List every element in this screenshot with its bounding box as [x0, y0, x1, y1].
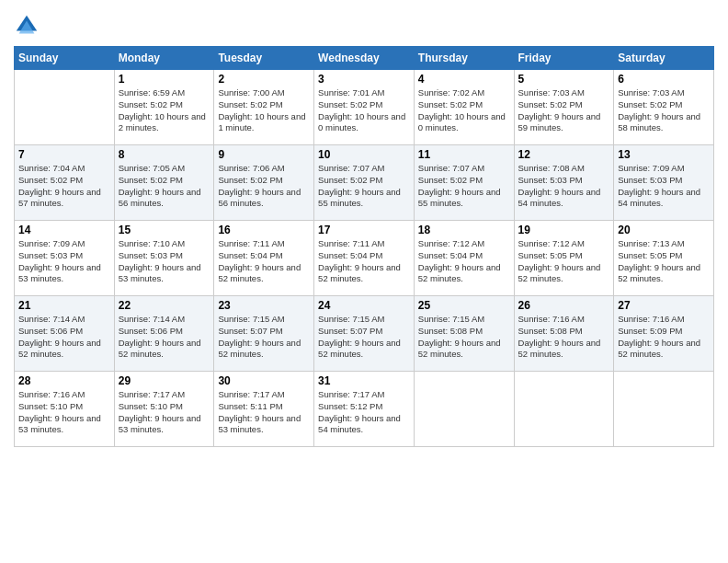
day-info: Sunrise: 6:59 AM Sunset: 5:02 PM Dayligh…: [119, 87, 210, 134]
day-number: 11: [418, 148, 510, 161]
calendar-cell: 2Sunrise: 7:00 AM Sunset: 5:02 PM Daylig…: [214, 70, 314, 145]
day-info: Sunrise: 7:09 AM Sunset: 5:03 PM Dayligh…: [18, 238, 110, 285]
weekday-header: Sunday: [15, 47, 115, 70]
calendar-cell: 14Sunrise: 7:09 AM Sunset: 5:03 PM Dayli…: [15, 221, 115, 296]
calendar-header-row: SundayMondayTuesdayWednesdayThursdayFrid…: [15, 47, 714, 70]
calendar-cell: 16Sunrise: 7:11 AM Sunset: 5:04 PM Dayli…: [214, 221, 314, 296]
day-number: 15: [119, 224, 210, 236]
weekday-header: Wednesday: [314, 47, 415, 70]
calendar-cell: 6Sunrise: 7:03 AM Sunset: 5:02 PM Daylig…: [614, 70, 714, 145]
calendar-cell: 20Sunrise: 7:13 AM Sunset: 5:05 PM Dayli…: [614, 221, 714, 296]
day-number: 6: [618, 73, 710, 86]
day-number: 25: [418, 299, 510, 312]
day-number: 9: [218, 148, 310, 161]
day-info: Sunrise: 7:16 AM Sunset: 5:08 PM Dayligh…: [518, 314, 610, 361]
day-number: 24: [318, 299, 410, 312]
calendar-cell: [414, 372, 514, 447]
day-info: Sunrise: 7:15 AM Sunset: 5:08 PM Dayligh…: [418, 314, 510, 361]
weekday-header: Tuesday: [214, 47, 314, 70]
day-number: 26: [518, 299, 610, 312]
day-number: 12: [518, 148, 610, 161]
calendar-cell: 4Sunrise: 7:02 AM Sunset: 5:02 PM Daylig…: [414, 70, 514, 145]
day-info: Sunrise: 7:11 AM Sunset: 5:04 PM Dayligh…: [318, 238, 410, 285]
weekday-header: Monday: [114, 47, 214, 70]
day-number: 2: [218, 73, 310, 86]
weekday-header: Friday: [514, 47, 614, 70]
calendar-cell: 1Sunrise: 6:59 AM Sunset: 5:02 PM Daylig…: [114, 70, 214, 145]
calendar-cell: 13Sunrise: 7:09 AM Sunset: 5:03 PM Dayli…: [614, 145, 714, 221]
calendar-cell: 5Sunrise: 7:03 AM Sunset: 5:02 PM Daylig…: [514, 70, 614, 145]
calendar-cell: [614, 372, 714, 447]
calendar-cell: 18Sunrise: 7:12 AM Sunset: 5:04 PM Dayli…: [414, 221, 514, 296]
logo: [14, 13, 43, 39]
calendar-cell: 11Sunrise: 7:07 AM Sunset: 5:02 PM Dayli…: [414, 145, 514, 221]
day-info: Sunrise: 7:17 AM Sunset: 5:10 PM Dayligh…: [119, 389, 210, 436]
generalblue-icon: [14, 13, 40, 39]
day-number: 18: [418, 224, 510, 236]
calendar-cell: 30Sunrise: 7:17 AM Sunset: 5:11 PM Dayli…: [214, 372, 314, 447]
day-info: Sunrise: 7:15 AM Sunset: 5:07 PM Dayligh…: [218, 314, 310, 361]
calendar-week-row: 28Sunrise: 7:16 AM Sunset: 5:10 PM Dayli…: [15, 372, 714, 447]
day-info: Sunrise: 7:16 AM Sunset: 5:10 PM Dayligh…: [18, 389, 110, 436]
day-info: Sunrise: 7:10 AM Sunset: 5:03 PM Dayligh…: [119, 238, 210, 285]
day-number: 4: [418, 73, 510, 86]
day-info: Sunrise: 7:01 AM Sunset: 5:02 PM Dayligh…: [318, 87, 410, 134]
day-info: Sunrise: 7:06 AM Sunset: 5:02 PM Dayligh…: [218, 163, 310, 210]
calendar-cell: 10Sunrise: 7:07 AM Sunset: 5:02 PM Dayli…: [314, 145, 415, 221]
calendar-cell: 12Sunrise: 7:08 AM Sunset: 5:03 PM Dayli…: [514, 145, 614, 221]
calendar-cell: 9Sunrise: 7:06 AM Sunset: 5:02 PM Daylig…: [214, 145, 314, 221]
calendar-week-row: 1Sunrise: 6:59 AM Sunset: 5:02 PM Daylig…: [15, 70, 714, 145]
day-info: Sunrise: 7:17 AM Sunset: 5:12 PM Dayligh…: [318, 389, 410, 436]
day-number: 5: [518, 73, 610, 86]
day-info: Sunrise: 7:09 AM Sunset: 5:03 PM Dayligh…: [618, 163, 710, 210]
weekday-header: Saturday: [614, 47, 714, 70]
day-info: Sunrise: 7:17 AM Sunset: 5:11 PM Dayligh…: [218, 389, 310, 436]
day-number: 19: [518, 224, 610, 236]
day-number: 14: [18, 224, 110, 236]
day-info: Sunrise: 7:07 AM Sunset: 5:02 PM Dayligh…: [418, 163, 510, 210]
day-number: 13: [618, 148, 710, 161]
day-number: 10: [318, 148, 410, 161]
calendar-cell: 19Sunrise: 7:12 AM Sunset: 5:05 PM Dayli…: [514, 221, 614, 296]
calendar-cell: 27Sunrise: 7:16 AM Sunset: 5:09 PM Dayli…: [614, 296, 714, 372]
day-number: 28: [18, 374, 110, 387]
day-info: Sunrise: 7:12 AM Sunset: 5:04 PM Dayligh…: [418, 238, 510, 285]
day-number: 27: [618, 299, 710, 312]
day-info: Sunrise: 7:03 AM Sunset: 5:02 PM Dayligh…: [618, 87, 710, 134]
day-info: Sunrise: 7:04 AM Sunset: 5:02 PM Dayligh…: [18, 163, 110, 210]
day-info: Sunrise: 7:07 AM Sunset: 5:02 PM Dayligh…: [318, 163, 410, 210]
day-number: 21: [18, 299, 110, 312]
day-number: 23: [218, 299, 310, 312]
calendar-cell: [514, 372, 614, 447]
calendar-week-row: 7Sunrise: 7:04 AM Sunset: 5:02 PM Daylig…: [15, 145, 714, 221]
calendar-cell: 22Sunrise: 7:14 AM Sunset: 5:06 PM Dayli…: [114, 296, 214, 372]
calendar-cell: 21Sunrise: 7:14 AM Sunset: 5:06 PM Dayli…: [15, 296, 115, 372]
calendar-cell: 29Sunrise: 7:17 AM Sunset: 5:10 PM Dayli…: [114, 372, 214, 447]
calendar-week-row: 21Sunrise: 7:14 AM Sunset: 5:06 PM Dayli…: [15, 296, 714, 372]
day-number: 20: [618, 224, 710, 236]
day-info: Sunrise: 7:14 AM Sunset: 5:06 PM Dayligh…: [18, 314, 110, 361]
day-number: 1: [119, 73, 210, 86]
weekday-header: Thursday: [414, 47, 514, 70]
day-number: 3: [318, 73, 410, 86]
day-info: Sunrise: 7:08 AM Sunset: 5:03 PM Dayligh…: [518, 163, 610, 210]
calendar-cell: 26Sunrise: 7:16 AM Sunset: 5:08 PM Dayli…: [514, 296, 614, 372]
calendar-cell: 28Sunrise: 7:16 AM Sunset: 5:10 PM Dayli…: [15, 372, 115, 447]
calendar-cell: 3Sunrise: 7:01 AM Sunset: 5:02 PM Daylig…: [314, 70, 415, 145]
day-info: Sunrise: 7:03 AM Sunset: 5:02 PM Dayligh…: [518, 87, 610, 134]
day-info: Sunrise: 7:02 AM Sunset: 5:02 PM Dayligh…: [418, 87, 510, 134]
calendar-cell: 15Sunrise: 7:10 AM Sunset: 5:03 PM Dayli…: [114, 221, 214, 296]
day-number: 29: [119, 374, 210, 387]
day-info: Sunrise: 7:00 AM Sunset: 5:02 PM Dayligh…: [218, 87, 310, 134]
day-number: 8: [119, 148, 210, 161]
day-number: 22: [119, 299, 210, 312]
calendar-cell: 7Sunrise: 7:04 AM Sunset: 5:02 PM Daylig…: [15, 145, 115, 221]
day-number: 30: [218, 374, 310, 387]
day-info: Sunrise: 7:14 AM Sunset: 5:06 PM Dayligh…: [119, 314, 210, 361]
day-info: Sunrise: 7:11 AM Sunset: 5:04 PM Dayligh…: [218, 238, 310, 285]
day-info: Sunrise: 7:16 AM Sunset: 5:09 PM Dayligh…: [618, 314, 710, 361]
day-info: Sunrise: 7:13 AM Sunset: 5:05 PM Dayligh…: [618, 238, 710, 285]
day-info: Sunrise: 7:12 AM Sunset: 5:05 PM Dayligh…: [518, 238, 610, 285]
day-number: 31: [318, 374, 410, 387]
page: SundayMondayTuesdayWednesdayThursdayFrid…: [0, 0, 728, 563]
